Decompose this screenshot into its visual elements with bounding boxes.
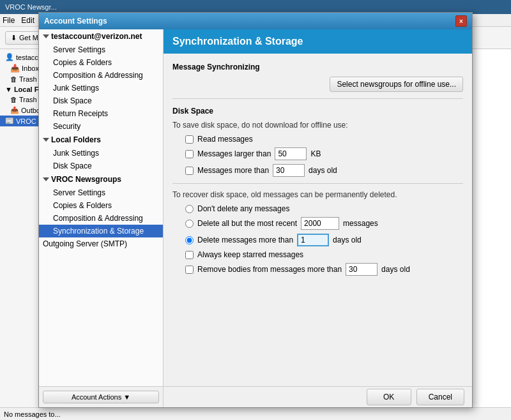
keep-starred-row: Always keep starred messages bbox=[172, 250, 463, 259]
messages-larger-input[interactable] bbox=[275, 147, 307, 160]
message-sync-section: Message Synchronizing bbox=[172, 63, 463, 71]
remove-bodies-unit: days old bbox=[381, 265, 410, 274]
local-folders-expand-icon bbox=[43, 138, 49, 142]
delete-older-input[interactable] bbox=[297, 234, 329, 246]
modal-close-button[interactable]: × bbox=[455, 15, 467, 27]
messages-older-checkbox[interactable] bbox=[185, 167, 194, 175]
ok-label: OK bbox=[383, 393, 394, 401]
return-receipts-label: Return Receipts bbox=[53, 109, 108, 118]
messages-larger-checkbox[interactable] bbox=[185, 150, 194, 158]
sidebar-vroc-copies-folders[interactable]: Copies & Folders bbox=[39, 199, 163, 212]
delete-older-label: Delete messages more than bbox=[197, 236, 293, 244]
vroc-copies-folders-label: Copies & Folders bbox=[53, 201, 112, 210]
cancel-button[interactable]: Cancel bbox=[416, 389, 464, 405]
disk-space-section: Disk Space bbox=[172, 107, 463, 116]
sidebar-disk-space[interactable]: Disk Space bbox=[39, 94, 163, 107]
keep-starred-checkbox[interactable] bbox=[185, 251, 194, 259]
sidebar-junk-settings[interactable]: Junk Settings bbox=[39, 82, 163, 94]
junk-settings-label: Junk Settings bbox=[53, 84, 99, 93]
vroc-expand-icon bbox=[43, 177, 49, 181]
local-disk-space-label: Disk Space bbox=[53, 161, 92, 170]
account-settings-modal: Account Settings × testaccount@verizon.n… bbox=[38, 12, 473, 408]
messages-larger-unit: KB bbox=[310, 149, 321, 158]
sidebar-account[interactable]: testaccount@verizon.net bbox=[39, 29, 163, 43]
content-body: Message Synchronizing Select newsgroups … bbox=[164, 54, 472, 386]
sidebar-return-receipts[interactable]: Return Receipts bbox=[39, 107, 163, 120]
messages-larger-row: Messages larger than KB bbox=[172, 147, 463, 160]
content-header: Synchronization & Storage bbox=[164, 29, 472, 54]
read-messages-row: Read messages bbox=[172, 135, 463, 144]
remove-bodies-input[interactable] bbox=[346, 263, 378, 276]
copies-folders-label: Copies & Folders bbox=[53, 58, 112, 67]
account-actions-area: Account Actions ▼ bbox=[39, 387, 164, 407]
sidebar-copies-folders[interactable]: Copies & Folders bbox=[39, 56, 163, 69]
no-delete-radio[interactable] bbox=[185, 205, 194, 213]
modal-title: Account Settings bbox=[44, 17, 107, 26]
composition-addressing-label: Composition & Addressing bbox=[53, 71, 143, 80]
read-messages-label: Read messages bbox=[197, 135, 253, 144]
sidebar-local-disk-space[interactable]: Disk Space bbox=[39, 160, 163, 172]
outgoing-smtp-label: Outgoing Server (SMTP) bbox=[43, 239, 127, 248]
vroc-server-settings-label: Server Settings bbox=[53, 188, 105, 197]
content-title: Synchronization & Storage bbox=[172, 36, 303, 47]
sidebar-local-junk[interactable]: Junk Settings bbox=[39, 147, 163, 160]
modal-main-content: Synchronization & Storage Message Synchr… bbox=[164, 29, 472, 386]
modal-footer-buttons: OK Cancel bbox=[164, 387, 472, 407]
remove-bodies-row: Remove bodies from messages more than da… bbox=[172, 263, 463, 276]
modal-body: testaccount@verizon.net Server Settings … bbox=[39, 29, 472, 386]
delete-older-row: Delete messages more than days old bbox=[172, 234, 463, 246]
remove-bodies-label: Remove bodies from messages more than bbox=[197, 265, 342, 274]
account-expand-icon bbox=[43, 34, 49, 38]
ok-button[interactable]: OK bbox=[367, 389, 411, 405]
sidebar-outgoing-smtp[interactable]: Outgoing Server (SMTP) bbox=[39, 237, 163, 250]
no-delete-label: Don't delete any messages bbox=[197, 204, 289, 213]
disk-space-desc: To save disk space, do not download for … bbox=[172, 121, 463, 130]
no-delete-row: Don't delete any messages bbox=[172, 204, 463, 213]
sidebar-vroc-server-settings[interactable]: Server Settings bbox=[39, 186, 163, 199]
delete-recent-row: Delete all but the most recent messages bbox=[172, 217, 463, 230]
messages-larger-label: Messages larger than bbox=[197, 149, 271, 158]
messages-older-input[interactable] bbox=[273, 164, 305, 177]
sidebar-security[interactable]: Security bbox=[39, 120, 163, 133]
messages-older-row: Messages more than days old bbox=[172, 164, 463, 177]
delete-recent-label: Delete all but the most recent bbox=[197, 219, 297, 228]
account-actions-arrow: ▼ bbox=[123, 393, 130, 401]
sidebar-account-label: testaccount@verizon.net bbox=[51, 32, 142, 41]
remove-bodies-checkbox[interactable] bbox=[185, 266, 194, 274]
sidebar-server-settings[interactable]: Server Settings bbox=[39, 43, 163, 56]
separator-1 bbox=[172, 98, 463, 99]
disk-space-label: Disk Space bbox=[53, 96, 92, 105]
sidebar-vroc-newsgroups[interactable]: VROC Newsgroups bbox=[39, 172, 163, 186]
sync-storage-label: Synchronization & Storage bbox=[53, 227, 144, 236]
delete-older-radio[interactable] bbox=[185, 236, 194, 244]
disk-space-section-label: Disk Space bbox=[172, 107, 213, 116]
messages-older-unit: days old bbox=[309, 166, 337, 175]
recover-desc: To recover disk space, old messages can … bbox=[172, 190, 463, 199]
select-newsgroups-label: Select newsgroups for offline use... bbox=[337, 80, 456, 89]
account-actions-button[interactable]: Account Actions ▼ bbox=[43, 391, 159, 403]
account-actions-label: Account Actions bbox=[72, 393, 121, 401]
modal-sidebar-footer-area: Account Actions ▼ OK Cancel bbox=[39, 386, 472, 407]
local-junk-label: Junk Settings bbox=[53, 149, 99, 158]
modal-overlay: Account Settings × testaccount@verizon.n… bbox=[0, 0, 511, 420]
close-icon: × bbox=[459, 18, 463, 25]
delete-recent-radio[interactable] bbox=[185, 220, 194, 228]
cancel-label: Cancel bbox=[429, 393, 452, 401]
separator-2 bbox=[172, 183, 463, 184]
message-sync-label: Message Synchronizing bbox=[172, 63, 260, 71]
sidebar-local-folders[interactable]: Local Folders bbox=[39, 133, 163, 147]
modal-sidebar: testaccount@verizon.net Server Settings … bbox=[39, 29, 164, 386]
select-newsgroups-button[interactable]: Select newsgroups for offline use... bbox=[330, 77, 463, 92]
delete-older-unit: days old bbox=[333, 236, 362, 244]
messages-older-label: Messages more than bbox=[197, 166, 269, 175]
security-label: Security bbox=[53, 122, 80, 131]
read-messages-checkbox[interactable] bbox=[185, 135, 194, 144]
sidebar-composition-addressing[interactable]: Composition & Addressing bbox=[39, 69, 163, 82]
delete-recent-unit: messages bbox=[343, 219, 378, 228]
local-folders-label: Local Folders bbox=[51, 135, 101, 144]
vroc-label: VROC Newsgroups bbox=[51, 175, 121, 184]
vroc-composition-label: Composition & Addressing bbox=[53, 214, 143, 223]
sidebar-sync-storage[interactable]: Synchronization & Storage bbox=[39, 225, 163, 237]
delete-recent-input[interactable] bbox=[301, 217, 339, 230]
sidebar-vroc-composition[interactable]: Composition & Addressing bbox=[39, 212, 163, 225]
